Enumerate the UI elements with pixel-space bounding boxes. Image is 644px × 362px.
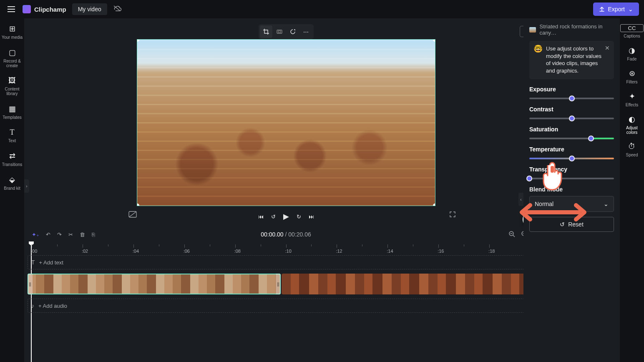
- templates-icon: ▦: [0, 104, 24, 113]
- audio-track-add[interactable]: ♪ + Add audio: [28, 299, 544, 313]
- saturation-thumb[interactable]: [588, 136, 594, 141]
- rail-brand-kit[interactable]: ⬙Brand kit: [0, 173, 24, 195]
- ai-tool[interactable]: ✦₊: [32, 231, 39, 238]
- contrast-thumb[interactable]: [569, 116, 575, 121]
- contrast-slider[interactable]: [529, 118, 614, 119]
- resize-handle-br[interactable]: [433, 204, 435, 206]
- tip-emoji-icon: 🤓: [533, 45, 543, 74]
- rail-record-create[interactable]: ▢Record & create: [0, 45, 24, 72]
- ruler-tick: :02: [83, 244, 89, 254]
- rail-your-media[interactable]: ⊞Your media: [0, 22, 24, 44]
- exposure-label: Exposure: [529, 86, 614, 93]
- ruler-tick: :14: [387, 244, 394, 254]
- exposure-thumb[interactable]: [569, 96, 575, 101]
- text-track-add[interactable]: T + Add text: [28, 255, 544, 269]
- right-rail: CCCaptions ◑Fade ⊛Filters ✦Effects ◐Adju…: [620, 18, 644, 362]
- pip-tool[interactable]: [287, 25, 299, 38]
- resize-handle-tr[interactable]: [433, 39, 435, 42]
- undo-button[interactable]: ↶: [46, 231, 50, 238]
- tip-callout: 🤓 Use adjust colors to modify the color …: [529, 41, 614, 79]
- library-icon: 🖼: [0, 76, 24, 85]
- audio-track-icon: ♪: [31, 302, 34, 309]
- brand-logo-icon: [23, 5, 31, 13]
- video-clip-2[interactable]: [282, 274, 540, 294]
- rail-content-library[interactable]: 🖼Content library: [0, 74, 24, 100]
- transitions-icon: ⇄: [0, 151, 24, 161]
- ruler-tick: :00: [32, 244, 38, 254]
- captions-toggle[interactable]: [128, 211, 137, 219]
- rail-templates[interactable]: ▦Templates: [0, 102, 24, 124]
- exposure-slider[interactable]: [529, 98, 614, 99]
- adjust-colors-icon: ◐: [620, 115, 644, 124]
- clip-trim-left[interactable]: ||: [28, 274, 33, 294]
- redo-button[interactable]: ↷: [57, 231, 62, 238]
- play-button[interactable]: ▶: [283, 212, 289, 221]
- selected-clip-pill[interactable]: Striated rock formations in cany…: [529, 23, 614, 36]
- timeline-tracks: T + Add text || || ♪ + Add audio: [24, 254, 548, 362]
- crop-tool[interactable]: [260, 25, 272, 38]
- temperature-thumb[interactable]: [569, 156, 575, 161]
- duration: 00:20.06: [288, 231, 311, 238]
- skip-end-button[interactable]: ⏭: [309, 214, 314, 220]
- brand-name: Clipchamp: [34, 6, 66, 13]
- resize-handle-bl[interactable]: [137, 204, 139, 206]
- rail-speed[interactable]: ⏱Speed: [620, 140, 644, 161]
- timecode: 00:00.00 / 00:20.06: [261, 231, 311, 238]
- rail-transitions[interactable]: ⇄Transitions: [0, 149, 24, 171]
- more-tool[interactable]: ⋯: [300, 25, 312, 38]
- ruler-tick: :04: [133, 244, 140, 254]
- svg-line-4: [129, 212, 136, 217]
- main-area: ⋯ 16:9 ⏮ ↺ ▶ ↻ ⏭ ? ⌄ ✦₊ ↶ ↷ ✂: [24, 18, 548, 362]
- effects-icon: ✦: [620, 92, 644, 101]
- rail-captions[interactable]: CCCaptions: [620, 22, 644, 43]
- video-clip-1[interactable]: || ||: [28, 274, 281, 294]
- rail-adjust-colors[interactable]: ◐Adjust colors: [620, 112, 644, 139]
- top-bar: Clipchamp My video Export ⌄: [0, 0, 644, 18]
- preview-toolbar: ⋯: [259, 24, 314, 39]
- export-button[interactable]: Export ⌄: [593, 3, 639, 16]
- timeline-ruler[interactable]: :00:02:04:06:08:10:12:14:16:18: [28, 242, 544, 254]
- chevron-down-icon: ⌄: [604, 201, 609, 207]
- clip-trim-right[interactable]: ||: [276, 274, 281, 294]
- skip-start-button[interactable]: ⏮: [258, 214, 264, 220]
- upload-icon: [599, 6, 605, 12]
- clip-name: Striated rock formations in cany…: [539, 23, 614, 36]
- temperature-label: Temperature: [529, 146, 614, 153]
- ruler-tick: :10: [286, 244, 292, 254]
- menu-button[interactable]: [5, 4, 18, 15]
- transparency-thumb[interactable]: [526, 176, 532, 181]
- rail-filters[interactable]: ⊛Filters: [620, 66, 644, 88]
- export-label: Export: [608, 6, 625, 13]
- svg-rect-1: [277, 30, 282, 33]
- tip-close[interactable]: ✕: [605, 44, 610, 52]
- rail-text[interactable]: TText: [0, 126, 24, 147]
- project-title[interactable]: My video: [72, 3, 107, 15]
- temperature-slider[interactable]: [529, 158, 614, 159]
- duplicate-button[interactable]: ⎘: [92, 231, 95, 238]
- fade-icon: ◑: [620, 46, 644, 55]
- split-button[interactable]: ✂: [68, 231, 73, 238]
- speed-icon: ⏱: [620, 142, 644, 151]
- brandkit-icon: ⬙: [0, 175, 24, 184]
- rewind-button[interactable]: ↺: [271, 214, 276, 220]
- fullscreen-button[interactable]: [449, 211, 456, 219]
- cloud-sync-off-icon[interactable]: [113, 5, 121, 14]
- delete-button[interactable]: 🗑: [80, 231, 85, 238]
- tutorial-arrow-icon: [520, 202, 586, 223]
- contrast-label: Contrast: [529, 106, 614, 113]
- fit-tool[interactable]: [273, 25, 286, 38]
- preview-canvas[interactable]: [137, 39, 435, 206]
- tutorial-hand-icon: [541, 162, 566, 192]
- zoom-out-button[interactable]: [508, 231, 515, 239]
- rail-fade[interactable]: ◑Fade: [620, 43, 644, 65]
- svg-rect-2: [278, 31, 281, 33]
- resize-handle-tl[interactable]: [137, 39, 139, 42]
- timeline-toolbar: ✦₊ ↶ ↷ ✂ 🗑 ⎘ 00:00.00 / 00:20.06: [24, 227, 548, 242]
- saturation-label: Saturation: [529, 126, 614, 133]
- record-icon: ▢: [0, 48, 24, 57]
- rail-effects[interactable]: ✦Effects: [620, 89, 644, 111]
- forward-button[interactable]: ↻: [297, 214, 301, 220]
- current-time: 00:00.00: [261, 231, 284, 238]
- ruler-tick: :18: [489, 244, 496, 254]
- saturation-slider[interactable]: [529, 138, 614, 139]
